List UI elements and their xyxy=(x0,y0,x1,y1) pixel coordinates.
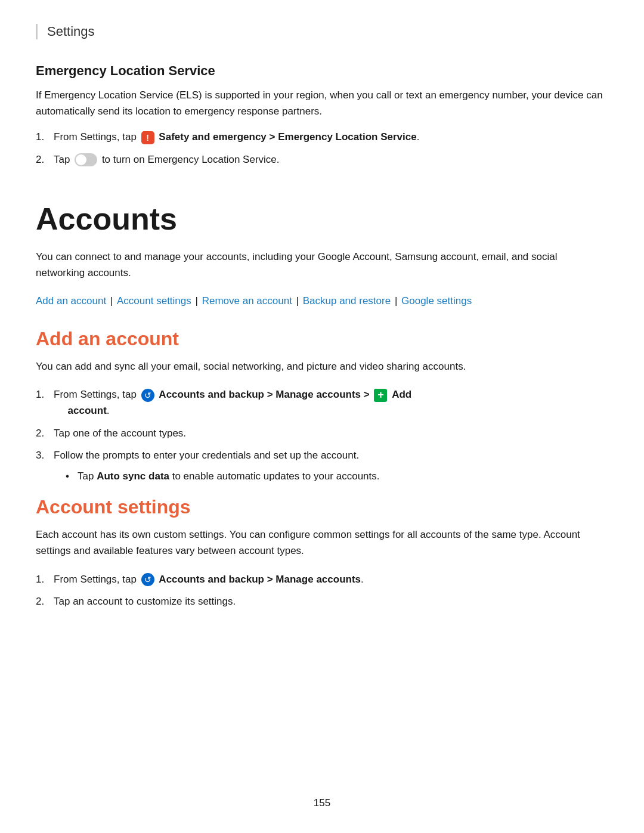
substep-bold: Auto sync data xyxy=(97,470,169,482)
substep-suffix: to enable automatic updates to your acco… xyxy=(169,470,380,482)
link-remove-an-account[interactable]: Remove an account xyxy=(202,295,292,306)
page-number: 155 xyxy=(314,797,330,809)
add-account-heading: Add an account xyxy=(36,328,608,350)
add-step-1-num: 1. xyxy=(36,386,44,402)
add-account-steps: 1. From Settings, tap Accounts and backu… xyxy=(36,386,608,484)
emergency-body: If Emergency Location Service (ELS) is s… xyxy=(36,87,608,119)
accounts-title: Accounts xyxy=(36,201,608,237)
toggle-icon xyxy=(75,153,97,166)
settings-label: Settings xyxy=(47,24,95,39)
link-account-settings[interactable]: Account settings xyxy=(117,295,191,306)
add-substeps: Tap Auto sync data to enable automatic u… xyxy=(66,468,608,484)
add-step-1: 1. From Settings, tap Accounts and backu… xyxy=(36,386,608,419)
settings-step-2-num: 2. xyxy=(36,593,44,609)
step-2-prefix: Tap xyxy=(54,154,73,165)
account-settings-section: Account settings Each account has its ow… xyxy=(36,496,608,609)
step-1-prefix: From Settings, tap xyxy=(54,131,140,143)
account-settings-heading: Account settings xyxy=(36,496,608,518)
settings-step-2-text: Tap an account to customize its settings… xyxy=(54,596,236,607)
emergency-steps: 1. From Settings, tap Safety and emergen… xyxy=(36,129,608,167)
emergency-heading: Emergency Location Service xyxy=(36,63,608,79)
accounts-icon-1 xyxy=(141,389,154,402)
link-backup-and-restore[interactable]: Backup and restore xyxy=(303,295,391,306)
add-step-1-bold-middle: Accounts and backup > Manage accounts > xyxy=(159,389,372,400)
emergency-section: Emergency Location Service If Emergency … xyxy=(36,63,608,168)
account-settings-body: Each account has its own custom settings… xyxy=(36,527,608,559)
settings-step-1-bold: Accounts and backup > Manage accounts xyxy=(159,574,361,585)
add-step-3-num: 3. xyxy=(36,447,44,463)
step-1-num: 1. xyxy=(36,129,44,145)
settings-step-1: 1. From Settings, tap Accounts and backu… xyxy=(36,571,608,587)
emergency-step-1: 1. From Settings, tap Safety and emergen… xyxy=(36,129,608,145)
add-step-3: 3. Follow the prompts to enter your cred… xyxy=(36,447,608,484)
step-1-bold: Safety and emergency > Emergency Locatio… xyxy=(159,131,416,143)
link-google-settings[interactable]: Google settings xyxy=(401,295,472,306)
add-step-3-text: Follow the prompts to enter your credent… xyxy=(54,450,359,461)
accounts-links-row: Add an account | Account settings | Remo… xyxy=(36,293,608,310)
safety-icon xyxy=(141,131,154,144)
settings-step-2: 2. Tap an account to customize its setti… xyxy=(36,593,608,609)
accounts-icon-2 xyxy=(141,573,154,586)
page-container: Settings Emergency Location Service If E… xyxy=(0,0,644,833)
link-add-an-account[interactable]: Add an account xyxy=(36,295,106,306)
add-account-section: Add an account You can add and sync all … xyxy=(36,328,608,484)
section-divider xyxy=(36,177,608,195)
accounts-section: Accounts You can connect to and manage y… xyxy=(36,201,608,609)
add-icon xyxy=(374,389,387,402)
add-step-2-num: 2. xyxy=(36,425,44,441)
settings-header: Settings xyxy=(36,24,608,39)
add-step-2-text: Tap one of the account types. xyxy=(54,428,186,439)
add-substep-1: Tap Auto sync data to enable automatic u… xyxy=(66,468,608,484)
step-2-suffix: to turn on Emergency Location Service. xyxy=(102,154,280,165)
add-step-1-prefix: From Settings, tap xyxy=(54,389,140,400)
separator-3: | xyxy=(293,295,302,306)
step-2-num: 2. xyxy=(36,151,44,168)
separator-2: | xyxy=(193,295,201,306)
accounts-body: You can connect to and manage your accou… xyxy=(36,249,608,281)
settings-step-1-prefix: From Settings, tap xyxy=(54,574,140,585)
settings-step-1-num: 1. xyxy=(36,571,44,587)
add-account-body: You can add and sync all your email, soc… xyxy=(36,358,608,374)
substep-prefix: Tap xyxy=(78,470,97,482)
separator-1: | xyxy=(107,295,116,306)
add-step-2: 2. Tap one of the account types. xyxy=(36,425,608,441)
emergency-step-2: 2. Tap to turn on Emergency Location Ser… xyxy=(36,151,608,168)
separator-4: | xyxy=(392,295,400,306)
account-settings-steps: 1. From Settings, tap Accounts and backu… xyxy=(36,571,608,609)
